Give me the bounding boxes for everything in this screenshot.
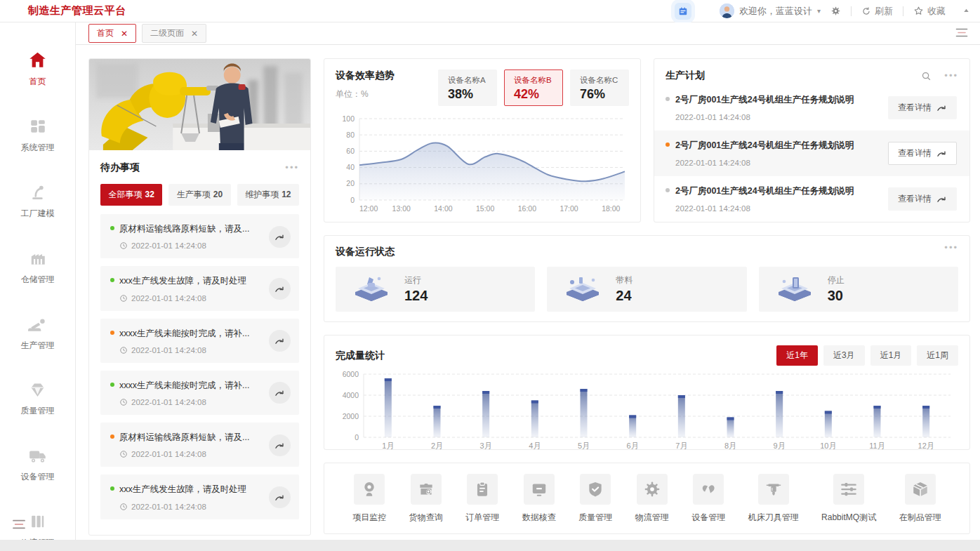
app-质量管理[interactable]: 质量管理 <box>578 474 612 524</box>
range-button-近1周[interactable]: 近1周 <box>917 345 958 366</box>
svg-text:2月: 2月 <box>431 442 443 450</box>
svg-text:16:00: 16:00 <box>518 204 536 213</box>
app-RabbitMQ测试[interactable]: RabbitMQ测试 <box>821 474 876 524</box>
todo-item-time: 2022-01-01 14:24:08 <box>131 398 206 406</box>
calendar-button[interactable] <box>675 3 691 20</box>
todo-item-arrow-button[interactable] <box>269 434 291 456</box>
avatar <box>720 4 734 18</box>
svg-text:80: 80 <box>346 131 355 139</box>
status-label: 运行 <box>404 274 428 286</box>
settings-button[interactable] <box>830 6 841 16</box>
cube-icon <box>905 474 936 505</box>
app-label: 数据核查 <box>522 512 556 524</box>
todo-item-title: 原材料运输线路原料短缺，请及... <box>119 223 249 234</box>
device-stat-设备名称B[interactable]: 设备名称B42% <box>504 69 563 106</box>
more-icon[interactable]: ••• <box>944 246 958 258</box>
todo-item-arrow-button[interactable] <box>269 278 291 300</box>
app-货物查询[interactable]: 货物查询 <box>409 474 443 524</box>
app-订单管理[interactable]: 订单管理 <box>465 474 499 524</box>
tab-bar: 首页✕二级页面✕ <box>76 22 980 45</box>
plan-item-time: 2022-01-01 14:24:08 <box>675 113 854 121</box>
tab-二级页面[interactable]: 二级页面✕ <box>142 24 206 43</box>
efficiency-line-chart: 02040608010012:0013:0014:0015:0016:0017:… <box>336 113 629 217</box>
status-dot <box>666 188 670 192</box>
todo-list-item: 原材料运输线路原料短缺，请及...2022-01-01 14:24:08 <box>100 214 299 258</box>
close-icon[interactable]: ✕ <box>121 29 128 39</box>
close-icon[interactable]: ✕ <box>191 29 198 39</box>
todo-item-title: xxxx生产线未能按时完成，请补... <box>119 328 249 339</box>
columns-icon <box>29 512 46 531</box>
todo-item-arrow-button[interactable] <box>269 486 291 508</box>
refresh-icon <box>861 6 871 16</box>
app-在制品管理[interactable]: 在制品管理 <box>899 474 941 524</box>
sidebar-collapse-button[interactable] <box>11 519 27 530</box>
eject-icon[interactable] <box>962 7 970 15</box>
device-stat-设备名称C[interactable]: 设备名称C76% <box>570 69 629 106</box>
todo-title: 待办事项 <box>100 161 140 174</box>
view-detail-button[interactable]: 查看详情 <box>888 96 957 119</box>
todo-item-arrow-button[interactable] <box>269 226 291 248</box>
warehouse-icon <box>29 249 47 267</box>
app-数据核查[interactable]: 数据核查 <box>522 474 556 524</box>
view-detail-button[interactable]: 查看详情 <box>888 142 957 165</box>
user-menu[interactable]: 欢迎你，蓝蓝设计 ▾ <box>720 4 821 18</box>
view-detail-button[interactable]: 查看详情 <box>888 187 957 211</box>
sidebar-item-质量管理[interactable]: 质量管理 <box>17 381 59 417</box>
filter-count: 12 <box>282 190 291 199</box>
todo-filter-生产事项[interactable]: 生产事项20 <box>168 184 230 206</box>
efficiency-title: 设备效率趋势 <box>336 69 395 82</box>
app-label: 在制品管理 <box>899 512 941 524</box>
sidebar-item-设备管理[interactable]: 设备管理 <box>17 446 59 483</box>
app-物流管理[interactable]: 物流管理 <box>635 474 669 524</box>
todo-item-body: 原材料运输线路原料短缺，请及...2022-01-01 14:24:08 <box>110 223 251 250</box>
sidebar-item-系统管理[interactable]: 系统管理 <box>17 117 59 154</box>
search-icon[interactable] <box>921 71 932 81</box>
favorite-button[interactable]: 收藏 <box>913 5 946 18</box>
todo-item-arrow-button[interactable] <box>269 330 291 352</box>
shield-check-icon <box>580 474 611 505</box>
device-name: 设备名称B <box>514 75 562 86</box>
range-button-近1年[interactable]: 近1年 <box>776 345 818 366</box>
favorite-label: 收藏 <box>927 5 946 18</box>
app-label: 货物查询 <box>409 512 443 524</box>
app-项目监控[interactable]: 项目监控 <box>352 474 386 524</box>
filter-count: 32 <box>145 190 154 199</box>
more-icon[interactable]: ••• <box>285 166 299 170</box>
todo-list-item: xxxx生产线未能按时完成，请补...2022-01-01 14:24:08 <box>100 371 299 415</box>
app-设备管理[interactable]: 设备管理 <box>691 474 725 524</box>
svg-text:14:00: 14:00 <box>434 204 452 213</box>
todo-item-arrow-button[interactable] <box>269 382 291 404</box>
app-机床刀具管理[interactable]: 机床刀具管理 <box>748 474 799 524</box>
calendar-icon <box>678 6 688 16</box>
tab-首页[interactable]: 首页✕ <box>88 24 136 43</box>
refresh-button[interactable]: 刷新 <box>861 5 893 18</box>
tab-menu-icon[interactable] <box>955 27 969 38</box>
sidebar-item-工厂建模[interactable]: 工厂建模 <box>17 183 59 220</box>
svg-text:12:00: 12:00 <box>359 204 378 213</box>
production-icon <box>28 315 48 333</box>
plan-list-item: 2号厂房001生产线24号机组生产任务规划说明2022-01-01 14:24:… <box>654 85 969 131</box>
status-card: 设备运行状态 ••• 运行124带料24停止30 <box>324 235 970 322</box>
range-button-近3月[interactable]: 近3月 <box>823 345 865 366</box>
svg-text:7月: 7月 <box>675 442 687 450</box>
svg-text:9月: 9月 <box>774 442 786 450</box>
sidebar-item-仓储管理[interactable]: 仓储管理 <box>17 249 59 286</box>
plan-item-title: 2号厂房001生产线24号机组生产任务规划说明 <box>675 185 854 197</box>
todo-filter-维护事项[interactable]: 维护事项12 <box>237 184 299 206</box>
todo-item-time: 2022-01-01 14:24:08 <box>131 450 206 458</box>
todo-item-title: xxx生产线发生故障，请及时处理 <box>119 275 246 286</box>
main-content: 待办事项 ••• 全部事项32生产事项20维护事项12 原材料运输线路原料短缺，… <box>76 45 980 540</box>
plan-item-title: 2号厂房001生产线24号机组生产任务规划说明 <box>675 94 854 106</box>
status-label: 带料 <box>616 274 633 286</box>
machine-material-icon <box>562 273 603 305</box>
todo-filter-全部事项[interactable]: 全部事项32 <box>100 184 162 206</box>
clock-icon <box>119 294 128 303</box>
sidebar-item-生产管理[interactable]: 生产管理 <box>17 315 59 352</box>
wings-icon <box>693 474 724 505</box>
more-icon[interactable]: ••• <box>944 74 958 78</box>
plan-title: 生产计划 <box>666 69 705 82</box>
range-button-近1月[interactable]: 近1月 <box>870 345 912 366</box>
device-stat-设备名称A[interactable]: 设备名称A38% <box>438 69 497 106</box>
app-label: 设备管理 <box>691 512 725 524</box>
sidebar-item-首页[interactable]: 首页 <box>17 51 59 88</box>
